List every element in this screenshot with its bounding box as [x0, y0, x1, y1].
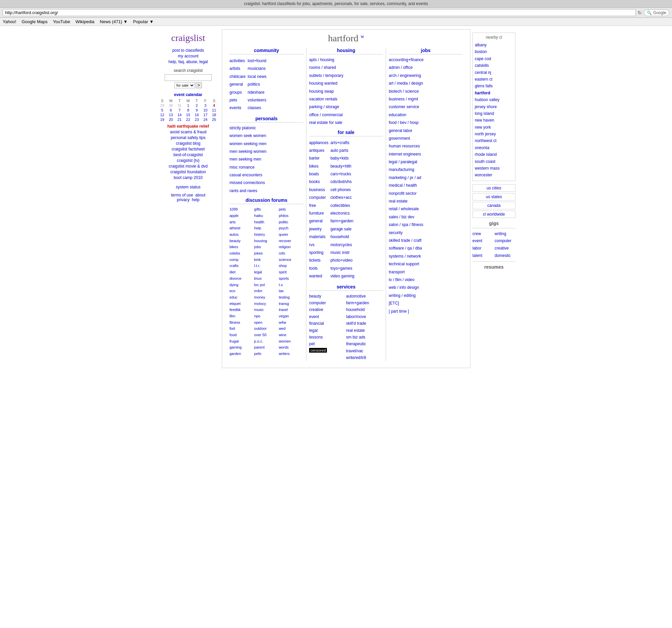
forsale-free[interactable]: free — [309, 202, 328, 209]
nearby-cape-cod[interactable]: cape cod — [475, 55, 513, 62]
forum-women[interactable]: women — [279, 338, 304, 345]
forum-educ[interactable]: educ — [230, 294, 254, 301]
cal-day-6[interactable]: 6 — [167, 108, 175, 112]
system-status-link[interactable]: system status — [158, 185, 218, 190]
forum-writers[interactable]: writers — [279, 351, 304, 357]
forum-testing[interactable]: testing — [279, 294, 304, 301]
forsale-antiques[interactable]: antiques — [309, 147, 328, 154]
jobs-biotech[interactable]: biotech / science — [389, 88, 463, 95]
community-politics[interactable]: politics — [248, 81, 266, 87]
forsale-tools[interactable]: tools — [309, 265, 328, 272]
forum-autos[interactable]: autos — [230, 231, 254, 238]
forsale-household[interactable]: household — [330, 233, 354, 240]
cal-day-20[interactable]: 20 — [167, 117, 175, 122]
my-account-link[interactable]: my account — [158, 54, 218, 58]
nearby-albany[interactable]: albany — [475, 42, 513, 48]
forum-travel[interactable]: travel — [279, 307, 304, 313]
forum-gaming[interactable]: gaming — [230, 344, 254, 351]
forsale-general[interactable]: general — [309, 218, 328, 224]
services-automotive[interactable]: automotive — [346, 293, 383, 300]
best-of-craigslist-link[interactable]: best-of-craigslist — [158, 152, 218, 157]
jobs-security[interactable]: security — [389, 229, 463, 236]
nearby-south-coast[interactable]: south coast — [475, 158, 513, 165]
cal-day-1[interactable]: 1 — [184, 103, 193, 108]
avoid-scams-link[interactable]: avoid scams & fraud — [158, 130, 218, 134]
jobs-skilled-trade[interactable]: skilled trade / craft — [389, 237, 463, 244]
housing-swap[interactable]: housing swap — [309, 88, 383, 95]
gig-writing[interactable]: writing — [495, 230, 515, 238]
forum-diet[interactable]: diet — [230, 269, 254, 275]
forum-queer[interactable]: queer — [279, 231, 304, 238]
jobs-nonprofit[interactable]: nonprofit sector — [389, 190, 463, 197]
services-labor-move[interactable]: labor/move — [346, 313, 383, 320]
forsale-cell-phones[interactable]: cell phones — [330, 186, 354, 193]
forsale-music-instr[interactable]: music instr — [330, 249, 354, 256]
personals-casual-encounters[interactable]: casual encounters — [230, 172, 304, 178]
forum-over50[interactable]: over 50 — [254, 332, 279, 338]
services-real-estate[interactable]: real estate — [346, 327, 383, 334]
jobs-systems[interactable]: systems / network — [389, 253, 463, 259]
jobs-writing[interactable]: writing / editing — [389, 292, 463, 299]
services-pet[interactable]: pet — [309, 341, 346, 347]
forsale-books[interactable]: books — [309, 178, 328, 185]
forsale-toys-games[interactable]: toys+games — [330, 265, 354, 272]
forsale-furniture[interactable]: furniture — [309, 210, 328, 217]
personals-women-seek-women[interactable]: women seek women — [230, 132, 304, 139]
jobs-legal[interactable]: legal / paralegal — [389, 158, 463, 165]
housing-wanted[interactable]: housing wanted — [309, 80, 383, 86]
forsale-computer[interactable]: computer — [309, 194, 328, 201]
forum-crafts[interactable]: crafts — [230, 262, 254, 269]
craigslist-tv-link[interactable]: craigslist {tv} — [158, 158, 218, 163]
nearby-rhode-island[interactable]: rhode island — [475, 151, 513, 158]
forum-jokes[interactable]: jokes — [254, 250, 279, 257]
forum-shop[interactable]: shop — [279, 262, 304, 269]
forum-help[interactable]: help — [254, 225, 279, 231]
forum-poc[interactable]: p.o.c. — [254, 338, 279, 345]
craigslist-factsheet-link[interactable]: craigslist factsheet — [158, 147, 218, 151]
cal-day-24[interactable]: 24 — [201, 117, 210, 122]
services-creative[interactable]: creative — [309, 306, 346, 313]
jobs-accounting[interactable]: accounting+finance — [389, 56, 463, 63]
forsale-photo-video[interactable]: photo+video — [330, 257, 354, 263]
forum-comp[interactable]: comp — [230, 257, 254, 263]
forum-housing[interactable]: housing — [254, 238, 279, 244]
cl-worldwide-button[interactable]: cl worldwide — [473, 210, 515, 218]
forum-psych[interactable]: psych — [279, 225, 304, 231]
forum-parent[interactable]: parent — [254, 344, 279, 351]
cal-day-11[interactable]: 11 — [210, 108, 218, 112]
forsale-beauty-hlth[interactable]: beauty+hlth — [330, 163, 354, 170]
gig-creative[interactable]: creative — [495, 245, 515, 252]
services-farm-garden[interactable]: farm+garden — [346, 300, 383, 306]
forum-pefo[interactable]: pefo — [254, 351, 279, 357]
forum-recover[interactable]: recover — [279, 238, 304, 244]
jobs-admin[interactable]: admin / office — [389, 64, 463, 71]
nearby-hudson-valley[interactable]: hudson valley — [475, 96, 513, 103]
address-input[interactable] — [3, 9, 636, 16]
forum-film[interactable]: film — [230, 313, 254, 319]
forum-philos[interactable]: philos — [279, 212, 304, 219]
jobs-tv-film[interactable]: tv / film / video — [389, 276, 463, 283]
forsale-boats[interactable]: boats — [309, 171, 328, 177]
forsale-appliances[interactable]: appliances — [309, 140, 328, 146]
forsale-arts-crafts[interactable]: arts+crafts — [330, 140, 354, 146]
forum-ltr[interactable]: l.t.r. — [254, 262, 279, 269]
services-therapeutic[interactable]: therapeutic — [346, 341, 383, 347]
jobs-real-estate[interactable]: real estate — [389, 198, 463, 204]
forum-npo[interactable]: npo — [254, 313, 279, 319]
nearby-eastern-ct[interactable]: eastern ct — [475, 76, 513, 83]
jobs-business[interactable]: business / mgmt — [389, 96, 463, 102]
forsale-materials[interactable]: materials — [309, 233, 328, 240]
forum-bikes[interactable]: bikes — [230, 244, 254, 250]
community-pets[interactable]: pets — [230, 97, 246, 103]
personal-safety-link[interactable]: personal safety tips — [158, 135, 218, 140]
services-legal[interactable]: legal — [309, 327, 346, 334]
forsale-auto-parts[interactable]: auto parts — [330, 147, 354, 154]
forum-jobs[interactable]: jobs — [254, 244, 279, 250]
forum-celebs[interactable]: celebs — [230, 250, 254, 257]
jobs-food[interactable]: food / bev / hosp — [389, 119, 463, 126]
forum-linux[interactable]: linux — [254, 275, 279, 282]
jobs-human-resources[interactable]: human resources — [389, 143, 463, 149]
forum-sports[interactable]: sports — [279, 275, 304, 282]
forum-politic[interactable]: politic — [279, 219, 304, 225]
forsale-video-gaming[interactable]: video gaming — [330, 273, 354, 279]
